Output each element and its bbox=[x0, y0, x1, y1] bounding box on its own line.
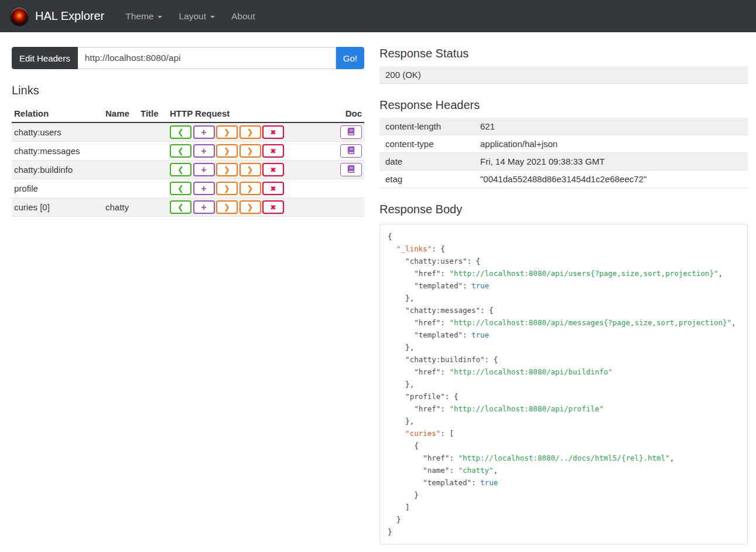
doc-button[interactable] bbox=[340, 144, 362, 158]
http-request-buttons: ❮ + ❯ ❯ ✖ bbox=[170, 163, 324, 176]
x-icon: ✖ bbox=[270, 148, 276, 155]
code-line: "profile": { bbox=[388, 390, 740, 403]
title-cell bbox=[138, 179, 167, 198]
chevron-right-icon: ❯ bbox=[247, 203, 254, 211]
nav-links: Theme Layout About bbox=[117, 11, 263, 22]
code-line: }, bbox=[388, 341, 740, 353]
book-icon bbox=[347, 165, 355, 175]
edit-headers-button[interactable]: Edit Headers bbox=[12, 47, 78, 69]
code-line: } bbox=[388, 513, 740, 526]
delete-request-button[interactable]: ✖ bbox=[262, 125, 284, 139]
get-request-button[interactable]: ❮ bbox=[170, 144, 191, 158]
column-header-relation: Relation bbox=[12, 105, 103, 122]
patch-request-button[interactable]: ❯ bbox=[240, 182, 261, 195]
name-cell bbox=[103, 142, 138, 161]
patch-request-button[interactable]: ❯ bbox=[240, 144, 261, 158]
name-cell bbox=[103, 122, 138, 142]
title-cell bbox=[138, 198, 167, 217]
links-section-title: Links bbox=[12, 84, 364, 97]
header-row: etag "0041da552488d86e31454d1c2e68eec72" bbox=[379, 171, 748, 188]
response-headers-title: Response Headers bbox=[379, 98, 748, 112]
patch-request-button[interactable]: ❯ bbox=[240, 200, 261, 214]
post-request-button[interactable]: + bbox=[193, 144, 215, 158]
post-request-button[interactable]: + bbox=[193, 182, 215, 195]
left-column: Edit Headers Go! Links Relation Name Tit… bbox=[12, 47, 364, 217]
header-value: Fri, 14 May 2021 09:38:33 GMT bbox=[474, 153, 748, 171]
x-icon: ✖ bbox=[270, 185, 276, 192]
doc-button[interactable] bbox=[340, 163, 362, 176]
put-request-button[interactable]: ❯ bbox=[216, 144, 238, 158]
code-line: "href": "http://localhost:8080/api/users… bbox=[388, 267, 740, 280]
response-body-json: { "_links": { "chatty:users": { "href": … bbox=[379, 224, 748, 544]
hal-9000-logo-icon bbox=[9, 6, 29, 26]
post-request-button[interactable]: + bbox=[193, 163, 215, 176]
plus-icon: + bbox=[201, 184, 206, 193]
right-column: Response Status 200 (OK) Response Header… bbox=[379, 47, 748, 544]
nav-item-layout[interactable]: Layout bbox=[170, 11, 223, 22]
header-name: date bbox=[379, 153, 474, 171]
code-line: "chatty:buildinfo": { bbox=[388, 353, 740, 366]
put-request-button[interactable]: ❯ bbox=[216, 200, 238, 214]
column-header-name: Name bbox=[103, 105, 138, 122]
doc-button[interactable] bbox=[340, 125, 362, 139]
code-line: } bbox=[388, 489, 740, 501]
http-request-buttons: ❮ + ❯ ❯ ✖ bbox=[170, 144, 324, 158]
nav-item-theme-label: Theme bbox=[125, 11, 153, 22]
code-line: "href": "http://localhost:8080/../docs/h… bbox=[388, 452, 740, 464]
chevron-left-icon: ❮ bbox=[177, 128, 184, 136]
delete-request-button[interactable]: ✖ bbox=[262, 200, 284, 214]
get-request-button[interactable]: ❮ bbox=[170, 182, 191, 195]
link-row-chatty-messages: chatty:messages ❮ + ❯ ❯ ✖ bbox=[12, 142, 364, 161]
links-table: Relation Name Title HTTP Request Doc cha… bbox=[12, 105, 364, 217]
relation-cell: chatty:buildinfo bbox=[12, 161, 103, 179]
delete-request-button[interactable]: ✖ bbox=[262, 182, 284, 195]
nav-item-about-label: About bbox=[231, 11, 255, 22]
header-row: date Fri, 14 May 2021 09:38:33 GMT bbox=[379, 153, 748, 171]
code-line: "curies": [ bbox=[388, 427, 740, 439]
header-value: 621 bbox=[474, 118, 748, 135]
patch-request-button[interactable]: ❯ bbox=[240, 163, 261, 176]
go-button[interactable]: Go! bbox=[336, 47, 364, 69]
book-icon bbox=[347, 128, 355, 137]
post-request-button[interactable]: + bbox=[193, 125, 215, 139]
relation-cell: curies [0] bbox=[12, 198, 103, 217]
nav-item-about[interactable]: About bbox=[223, 11, 264, 22]
header-name: content-length bbox=[379, 118, 474, 135]
code-line: }, bbox=[388, 292, 740, 304]
link-row-profile: profile ❮ + ❯ ❯ ✖ bbox=[12, 179, 364, 198]
plus-icon: + bbox=[201, 165, 206, 175]
header-name: etag bbox=[379, 171, 474, 188]
plus-icon: + bbox=[201, 203, 206, 212]
get-request-button[interactable]: ❮ bbox=[170, 125, 191, 139]
relation-cell: profile bbox=[12, 179, 103, 198]
response-status-title: Response Status bbox=[379, 47, 748, 60]
code-line: "href": "http://localhost:8080/api/messa… bbox=[388, 316, 740, 329]
get-request-button[interactable]: ❮ bbox=[170, 200, 191, 214]
chevron-left-icon: ❮ bbox=[177, 147, 184, 155]
delete-request-button[interactable]: ✖ bbox=[262, 163, 284, 176]
header-row: content-length 621 bbox=[379, 118, 748, 135]
title-cell bbox=[138, 142, 167, 161]
get-request-button[interactable]: ❮ bbox=[170, 163, 191, 176]
patch-request-button[interactable]: ❯ bbox=[240, 125, 261, 139]
put-request-button[interactable]: ❯ bbox=[216, 125, 238, 139]
brand: HAL Explorer bbox=[9, 6, 104, 26]
code-line: "chatty:messages": { bbox=[388, 304, 740, 316]
nav-item-theme[interactable]: Theme bbox=[117, 11, 170, 22]
title-cell bbox=[138, 122, 167, 142]
url-input[interactable] bbox=[78, 47, 336, 69]
put-request-button[interactable]: ❯ bbox=[216, 182, 238, 195]
put-request-button[interactable]: ❯ bbox=[216, 163, 238, 176]
chevron-right-icon: ❯ bbox=[224, 147, 230, 155]
title-cell bbox=[138, 161, 167, 179]
chevron-right-icon: ❯ bbox=[247, 147, 254, 155]
name-cell bbox=[103, 179, 138, 198]
link-row-chatty-users: chatty:users ❮ + ❯ ❯ ✖ bbox=[12, 122, 364, 142]
delete-request-button[interactable]: ✖ bbox=[262, 144, 284, 158]
code-line: "chatty:users": { bbox=[388, 255, 740, 267]
navbar: HAL Explorer Theme Layout About bbox=[0, 0, 756, 32]
name-cell: chatty bbox=[103, 198, 138, 217]
column-header-http-request: HTTP Request bbox=[167, 105, 327, 122]
post-request-button[interactable]: + bbox=[193, 200, 215, 214]
code-line: ] bbox=[388, 501, 740, 513]
